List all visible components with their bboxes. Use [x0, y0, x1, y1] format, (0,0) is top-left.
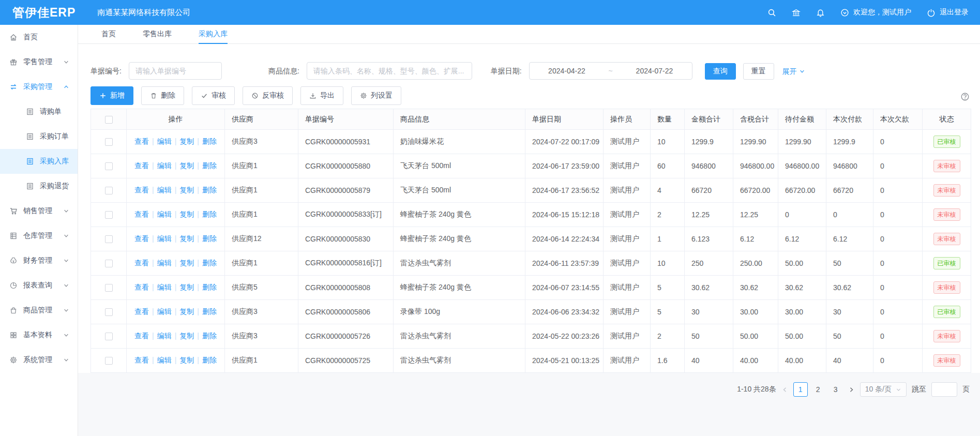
edit-link[interactable]: 编辑 [157, 137, 172, 145]
sidebar-item-warehouse-mgmt[interactable]: 仓库管理 [0, 223, 78, 248]
delete-link[interactable]: 删除 [202, 161, 217, 170]
view-link[interactable]: 查看 [134, 332, 149, 340]
help-icon[interactable] [960, 92, 970, 101]
copy-link[interactable]: 复制 [179, 332, 194, 340]
jump-page-input[interactable] [931, 382, 957, 397]
edit-link[interactable]: 编辑 [157, 332, 172, 340]
delete-link[interactable]: 删除 [202, 356, 217, 364]
status-badge: 已审核 [933, 306, 960, 318]
sidebar-item-finance-mgmt[interactable]: 财务管理 [0, 248, 78, 273]
delete-link[interactable]: 删除 [202, 137, 217, 145]
row-checkbox[interactable] [105, 333, 113, 340]
column-settings-button[interactable]: 列设置 [351, 86, 401, 105]
doc-icon [26, 108, 34, 116]
view-link[interactable]: 查看 [134, 137, 149, 145]
view-link[interactable]: 查看 [134, 234, 149, 243]
delete-button[interactable]: 删除 [141, 86, 184, 105]
copy-link[interactable]: 复制 [179, 356, 194, 364]
edit-link[interactable]: 编辑 [157, 186, 172, 194]
unaudit-button[interactable]: 反审核 [243, 86, 293, 105]
row-checkbox[interactable] [105, 162, 113, 170]
expand-link[interactable]: 展开 [782, 63, 805, 80]
total-count: 1-10 共28条 [737, 385, 776, 394]
copy-link[interactable]: 复制 [179, 186, 194, 194]
cell-doc_no: CGRK00000005726 [298, 324, 394, 349]
sidebar-item-purchase-mgmt[interactable]: 采购管理 [0, 74, 78, 99]
doc-no-input[interactable] [129, 62, 222, 80]
view-link[interactable]: 查看 [134, 210, 149, 218]
sidebar-item-purchase-request[interactable]: 请购单 [0, 99, 78, 124]
edit-link[interactable]: 编辑 [157, 234, 172, 243]
audit-button[interactable]: 审核 [192, 86, 235, 105]
sidebar-item-home[interactable]: 首页 [0, 25, 78, 50]
view-link[interactable]: 查看 [134, 356, 149, 364]
copy-link[interactable]: 复制 [179, 137, 194, 145]
logout-button[interactable]: 退出登录 [927, 8, 969, 17]
sidebar-item-purchase-return[interactable]: 采购退货 [0, 174, 78, 199]
user-menu[interactable]: 欢迎您，测试用户 [840, 8, 911, 17]
sidebar-item-basic-data[interactable]: 基本资料 [0, 323, 78, 348]
sidebar-item-purchase-order[interactable]: 采购订单 [0, 124, 78, 149]
row-checkbox[interactable] [105, 138, 113, 146]
edit-link[interactable]: 编辑 [157, 307, 172, 315]
next-page-icon[interactable] [848, 386, 855, 393]
copy-link[interactable]: 复制 [179, 210, 194, 218]
sidebar-item-purchase-inbound[interactable]: 采购入库 [0, 149, 78, 174]
edit-link[interactable]: 编辑 [157, 356, 172, 364]
tab-首页[interactable]: 首页 [101, 25, 116, 43]
date-range-picker[interactable]: 2024-04-22 ~ 2024-07-22 [529, 62, 692, 80]
product-info-input[interactable] [307, 62, 472, 80]
search-button[interactable]: 查询 [705, 63, 736, 80]
row-checkbox[interactable] [105, 260, 113, 267]
delete-link[interactable]: 删除 [202, 186, 217, 194]
view-link[interactable]: 查看 [134, 259, 149, 267]
bank-icon[interactable] [792, 8, 801, 17]
search-icon[interactable] [767, 8, 776, 17]
cell-paid: 30 [826, 300, 873, 324]
row-checkbox[interactable] [105, 187, 113, 194]
delete-link[interactable]: 删除 [202, 210, 217, 218]
copy-link[interactable]: 复制 [179, 161, 194, 170]
page-button-3[interactable]: 3 [828, 382, 843, 397]
edit-link[interactable]: 编辑 [157, 161, 172, 170]
page-button-2[interactable]: 2 [811, 382, 825, 397]
tab-零售出库[interactable]: 零售出库 [143, 25, 172, 43]
page-size-select[interactable]: 10 条/页 [860, 382, 907, 397]
edit-link[interactable]: 编辑 [157, 210, 172, 218]
row-checkbox[interactable] [105, 211, 113, 219]
sidebar-item-goods-mgmt[interactable]: 商品管理 [0, 298, 78, 323]
view-link[interactable]: 查看 [134, 161, 149, 170]
row-checkbox[interactable] [105, 308, 113, 316]
sidebar-item-sales-mgmt[interactable]: 销售管理 [0, 199, 78, 223]
export-button[interactable]: 导出 [300, 86, 343, 105]
view-link[interactable]: 查看 [134, 307, 149, 315]
sidebar-item-report-query[interactable]: 报表查询 [0, 273, 78, 298]
view-link[interactable]: 查看 [134, 186, 149, 194]
sidebar-item-retail-mgmt[interactable]: 零售管理 [0, 50, 78, 74]
copy-link[interactable]: 复制 [179, 283, 194, 291]
edit-link[interactable]: 编辑 [157, 259, 172, 267]
sidebar-item-system-mgmt[interactable]: 系统管理 [0, 348, 78, 372]
copy-link[interactable]: 复制 [179, 259, 194, 267]
edit-link[interactable]: 编辑 [157, 283, 172, 291]
tab-采购入库[interactable]: 采购入库 [199, 25, 228, 43]
bell-icon[interactable] [816, 8, 825, 17]
select-all-checkbox[interactable] [105, 116, 113, 124]
reset-button[interactable]: 重置 [743, 63, 774, 80]
add-button[interactable]: 新增 [91, 86, 133, 105]
delete-link[interactable]: 删除 [202, 283, 217, 291]
checkbox-cell [91, 227, 127, 251]
row-checkbox[interactable] [105, 357, 113, 365]
delete-link[interactable]: 删除 [202, 307, 217, 315]
prev-page-icon[interactable] [781, 386, 788, 393]
row-checkbox[interactable] [105, 235, 113, 243]
copy-link[interactable]: 复制 [179, 307, 194, 315]
delete-link[interactable]: 删除 [202, 259, 217, 267]
delete-link[interactable]: 删除 [202, 332, 217, 340]
status-cell: 已审核 [923, 251, 971, 276]
view-link[interactable]: 查看 [134, 283, 149, 291]
copy-link[interactable]: 复制 [179, 234, 194, 243]
delete-link[interactable]: 删除 [202, 234, 217, 243]
row-checkbox[interactable] [105, 284, 113, 292]
page-button-1[interactable]: 1 [793, 382, 808, 397]
